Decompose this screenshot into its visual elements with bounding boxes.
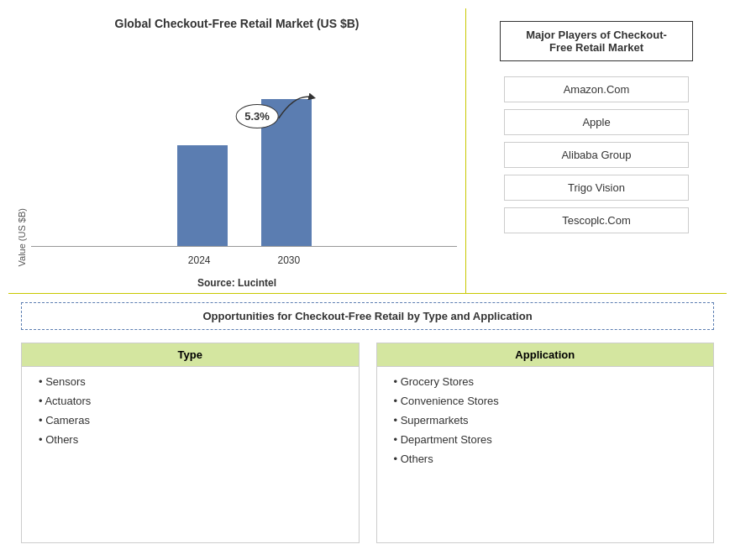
type-content: Sensors Actuators Cameras Others	[22, 367, 359, 542]
app-item-0: Grocery Stores	[394, 375, 697, 388]
bars-container: 5.3%	[31, 79, 457, 247]
type-app-container: Type Sensors Actuators Cameras Others Ap…	[21, 343, 714, 543]
players-title: Major Players of Checkout- Free Retail M…	[500, 21, 693, 61]
bottom-section: Opportunities for Checkout-Free Retail b…	[8, 294, 727, 552]
chart-area: Global Checkout-Free Retail Market (US $…	[8, 8, 466, 293]
main-container: Global Checkout-Free Retail Market (US $…	[0, 0, 735, 560]
top-section: Global Checkout-Free Retail Market (US $…	[8, 8, 727, 294]
players-area: Major Players of Checkout- Free Retail M…	[466, 8, 727, 293]
chart-title: Global Checkout-Free Retail Market (US $…	[115, 17, 360, 30]
player-item-alibaba: Alibaba Group	[504, 142, 689, 168]
app-header: Application	[377, 343, 714, 367]
app-content: Grocery Stores Convenience Stores Superm…	[377, 367, 714, 542]
type-item-0: Sensors	[39, 375, 342, 388]
bar-label-2024: 2024	[188, 254, 211, 266]
bar-2024	[177, 145, 228, 246]
type-item-2: Cameras	[39, 414, 342, 427]
player-item-trigo: Trigo Vision	[504, 175, 689, 201]
y-axis-label: Value (US $B)	[17, 208, 27, 267]
chart-content: 5.3%	[31, 79, 457, 266]
bar-label-2030: 2030	[278, 254, 301, 266]
type-box: Type Sensors Actuators Cameras Others	[21, 343, 360, 543]
app-item-4: Others	[394, 453, 697, 465]
opportunities-title: Opportunities for Checkout-Free Retail b…	[21, 302, 714, 330]
type-item-1: Actuators	[39, 395, 342, 407]
x-axis-labels: 2024 2030	[171, 250, 317, 266]
cagr-arrow-icon	[275, 89, 317, 123]
app-item-1: Convenience Stores	[394, 395, 697, 407]
player-item-apple: Apple	[504, 109, 689, 135]
type-header: Type	[22, 343, 359, 367]
cagr-annotation: 5.3%	[235, 104, 279, 128]
player-item-amazon: Amazon.Com	[504, 76, 689, 102]
app-item-2: Supermarkets	[394, 414, 697, 427]
cagr-bubble: 5.3%	[235, 104, 279, 128]
app-box: Application Grocery Stores Convenience S…	[376, 343, 715, 543]
player-item-tesco: Tescoplc.Com	[504, 207, 689, 233]
type-item-3: Others	[39, 433, 342, 446]
bar-group-2024	[177, 145, 228, 246]
source-text: Source: Lucintel	[197, 277, 276, 289]
chart-wrapper: Value (US $B) 5.3%	[17, 37, 457, 270]
app-item-3: Department Stores	[394, 433, 697, 446]
cagr-value: 5.3%	[244, 110, 270, 123]
